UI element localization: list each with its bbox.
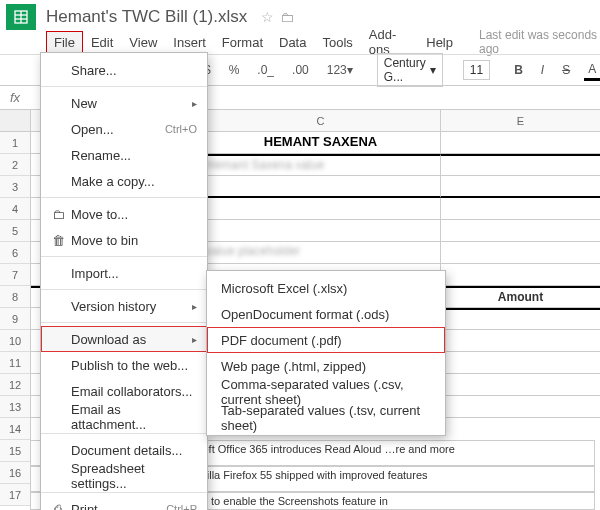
menu-separator <box>41 256 207 257</box>
star-icon[interactable]: ☆ <box>261 9 274 25</box>
file-move-to-bin[interactable]: 🗑Move to bin <box>41 227 207 253</box>
col-header[interactable]: C <box>201 110 441 131</box>
tool-dec-increase[interactable]: .00 <box>288 61 313 79</box>
download-xlsx[interactable]: Microsoft Excel (.xlsx) <box>207 275 445 301</box>
file-spreadsheet-settings[interactable]: Spreadsheet settings... <box>41 463 207 489</box>
row-header[interactable]: 13 <box>0 396 30 418</box>
menu-label: Import... <box>67 266 197 281</box>
download-tsv[interactable]: Tab-separated values (.tsv, current shee… <box>207 405 445 431</box>
select-all-corner[interactable] <box>0 110 30 132</box>
menu-label: Email as attachment... <box>67 402 197 432</box>
file-open[interactable]: Open...Ctrl+O <box>41 116 207 142</box>
row-header[interactable]: 10 <box>0 330 30 352</box>
menu-label: Open... <box>67 122 165 137</box>
menu-tools[interactable]: Tools <box>314 31 360 54</box>
menu-separator <box>41 322 207 323</box>
row-header[interactable]: 14 <box>0 418 30 440</box>
row-header[interactable]: 3 <box>0 176 30 198</box>
cell-blurred[interactable]: value placeholder <box>201 242 441 264</box>
row-header[interactable]: 12 <box>0 374 30 396</box>
menu-label: Spreadsheet settings... <box>67 461 197 491</box>
fx-label: fx <box>10 90 20 105</box>
download-html[interactable]: Web page (.html, zipped) <box>207 353 445 379</box>
menu-label: Move to... <box>67 207 197 222</box>
row-header[interactable]: 1 <box>0 132 30 154</box>
download-ods[interactable]: OpenDocument format (.ods) <box>207 301 445 327</box>
folder-icon: 🗀 <box>49 207 67 222</box>
menu-label: Email collaborators... <box>67 384 197 399</box>
row-header[interactable]: 8 <box>0 286 30 308</box>
menu-label: Publish to the web... <box>67 358 197 373</box>
row-header[interactable]: 2 <box>0 154 30 176</box>
col-header[interactable]: E <box>441 110 600 131</box>
menu-file[interactable]: File <box>46 31 83 54</box>
cell-name[interactable]: HEMANT SAXENA <box>201 132 441 154</box>
row-header[interactable]: 7 <box>0 264 30 286</box>
cell-blurred[interactable]: Hemant Saxena value <box>201 154 441 176</box>
row-header[interactable]: 11 <box>0 352 30 374</box>
file-document-details[interactable]: Document details... <box>41 437 207 463</box>
menu-edit[interactable]: Edit <box>83 31 121 54</box>
menu-separator <box>41 289 207 290</box>
tool-dec-decrease[interactable]: .0_ <box>253 61 278 79</box>
tool-strike[interactable]: S <box>558 61 574 79</box>
file-move-to[interactable]: 🗀Move to... <box>41 201 207 227</box>
menu-label: Version history <box>67 299 192 314</box>
chevron-right-icon: ▸ <box>192 301 197 312</box>
menu-separator <box>41 433 207 434</box>
tool-num-format[interactable]: 123▾ <box>323 61 357 79</box>
row-header[interactable]: 15 <box>0 440 30 462</box>
folder-icon[interactable]: 🗀 <box>280 9 294 25</box>
cell-desc[interactable]: How to enable the Screenshots feature in <box>180 492 595 510</box>
menu-label: Print <box>67 502 166 511</box>
tool-italic[interactable]: I <box>537 61 548 79</box>
menu-label: Web page (.html, zipped) <box>221 359 366 374</box>
row-header[interactable]: 5 <box>0 220 30 242</box>
title-bar: Hemant's TWC Bill (1).xlsx ☆ 🗀 <box>0 0 600 30</box>
menu-separator <box>41 492 207 493</box>
menu-label: Rename... <box>67 148 197 163</box>
menu-view[interactable]: View <box>121 31 165 54</box>
col-amount[interactable]: Amount <box>441 288 600 308</box>
document-title[interactable]: Hemant's TWC Bill (1).xlsx <box>46 7 247 27</box>
file-email-attachment[interactable]: Email as attachment... <box>41 404 207 430</box>
trash-icon: 🗑 <box>49 233 67 248</box>
file-email-collab[interactable]: Email collaborators... <box>41 378 207 404</box>
tool-text-color[interactable]: A <box>584 60 600 81</box>
menu-label: PDF document (.pdf) <box>221 333 342 348</box>
menu-label: Move to bin <box>67 233 197 248</box>
download-csv[interactable]: Comma-separated values (.csv, current sh… <box>207 379 445 405</box>
font-size[interactable]: 11 <box>463 60 490 80</box>
menu-label: OpenDocument format (.ods) <box>221 307 389 322</box>
file-new[interactable]: New▸ <box>41 90 207 116</box>
tool-bold[interactable]: B <box>510 61 527 79</box>
file-share[interactable]: Share... <box>41 57 207 83</box>
menu-help[interactable]: Help <box>418 31 461 54</box>
row-header[interactable]: 4 <box>0 198 30 220</box>
edit-status: Last edit was seconds ago <box>479 28 600 56</box>
menu-label: Document details... <box>67 443 197 458</box>
file-print[interactable]: ⎙PrintCtrl+P <box>41 496 207 510</box>
font-select[interactable]: Century G...▾ <box>377 53 443 87</box>
file-publish[interactable]: Publish to the web... <box>41 352 207 378</box>
tool-percent[interactable]: % <box>225 61 244 79</box>
cell-desc[interactable]: …soft Office 365 introduces Read Aloud …… <box>180 440 595 466</box>
row-header[interactable]: 6 <box>0 242 30 264</box>
menu-format[interactable]: Format <box>214 31 271 54</box>
file-make-copy[interactable]: Make a copy... <box>41 168 207 194</box>
row-header[interactable]: 9 <box>0 308 30 330</box>
menu-insert[interactable]: Insert <box>165 31 214 54</box>
file-import[interactable]: Import... <box>41 260 207 286</box>
row-header[interactable]: 16 <box>0 462 30 484</box>
menu-bar: File Edit View Insert Format Data Tools … <box>0 30 600 54</box>
chevron-right-icon: ▸ <box>192 98 197 109</box>
row-header[interactable]: 17 <box>0 484 30 506</box>
menu-data[interactable]: Data <box>271 31 314 54</box>
file-version-history[interactable]: Version history▸ <box>41 293 207 319</box>
download-pdf[interactable]: PDF document (.pdf) <box>207 327 445 353</box>
menu-shortcut: Ctrl+P <box>166 503 197 510</box>
file-download-as[interactable]: Download as▸ <box>41 326 207 352</box>
download-as-submenu: Microsoft Excel (.xlsx) OpenDocument for… <box>206 270 446 436</box>
file-rename[interactable]: Rename... <box>41 142 207 168</box>
cell-desc[interactable]: Mozilla Firefox 55 shipped with improved… <box>180 466 595 492</box>
